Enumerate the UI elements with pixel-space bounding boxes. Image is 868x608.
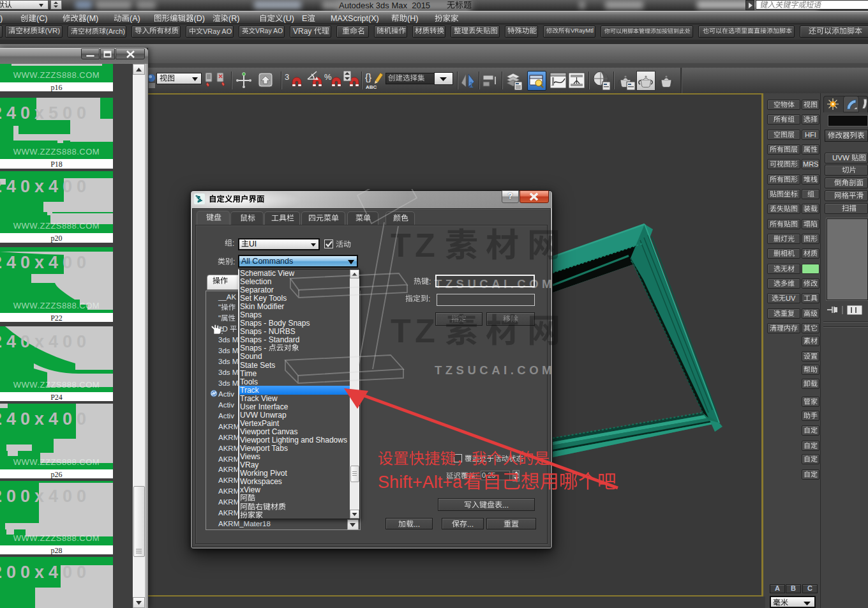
svg-text:Viewport Canvas: Viewport Canvas — [240, 427, 298, 436]
svg-text:VRayMtl: VRayMtl — [571, 27, 594, 34]
svg-text:Snaps -: Snaps - — [240, 344, 266, 353]
svg-text:3ds M: 3ds M — [218, 347, 238, 354]
svg-text:HFI: HFI — [805, 130, 816, 138]
svg-text:MRS: MRS — [803, 160, 818, 168]
svg-text:AKRM: AKRM — [218, 434, 239, 441]
svg-text:3ds M: 3ds M — [218, 379, 238, 387]
svg-text:3ds M: 3ds M — [218, 336, 238, 344]
svg-text:AKRM: AKRM — [218, 423, 239, 430]
svg-text:(VR): (VR) — [45, 27, 61, 34]
svg-text:...: ... — [414, 519, 420, 528]
svg-text:VRay: VRay — [293, 27, 311, 36]
svg-text:E: E — [302, 14, 307, 23]
svg-text:(R): (R) — [228, 14, 239, 23]
svg-text:{}: {} — [365, 72, 371, 82]
svg-text:AKRM: AKRM — [218, 476, 239, 484]
svg-text:%: % — [324, 72, 332, 82]
svg-text:AKRM: AKRM — [218, 445, 239, 452]
svg-text:Workspaces: Workspaces — [240, 477, 282, 486]
svg-text:xView: xView — [240, 485, 260, 494]
svg-text:Activ: Activ — [218, 401, 234, 409]
svg-text:VRay AO: VRay AO — [203, 27, 232, 34]
svg-text:(Arch): (Arch) — [106, 27, 125, 34]
svg-text:1: 1 — [469, 80, 474, 89]
svg-text:Track: Track — [240, 385, 260, 394]
svg-text::: : — [233, 257, 235, 266]
svg-text:(D): (D) — [194, 14, 205, 23]
svg-text:UI: UI — [249, 239, 257, 248]
svg-text:Viewport Lighting and Shadows: Viewport Lighting and Shadows — [240, 436, 347, 445]
svg-text:VertexPaint: VertexPaint — [240, 418, 280, 427]
svg-text:Track View: Track View — [240, 393, 278, 402]
svg-text:Working Pivot: Working Pivot — [240, 469, 287, 478]
svg-text:Activ: Activ — [218, 412, 234, 420]
svg-text:AKRM: AKRM — [218, 466, 239, 473]
svg-text:__AK: __AK — [218, 293, 236, 301]
svg-text:Sound: Sound — [240, 352, 262, 361]
svg-text:ABC: ABC — [366, 84, 377, 90]
svg-text:Views: Views — [240, 452, 260, 461]
svg-text:(C): (C) — [36, 14, 47, 23]
svg-text:Set Key Tools: Set Key Tools — [240, 294, 287, 303]
svg-text:(H): (H) — [407, 14, 418, 23]
svg-text:Separator: Separator — [240, 285, 274, 294]
svg-text:State Sets: State Sets — [240, 360, 275, 369]
svg-text:": " — [218, 314, 221, 322]
svg-text::: : — [232, 239, 234, 248]
svg-text:3: 3 — [285, 72, 289, 82]
svg-text:...: ... — [467, 519, 474, 528]
svg-text:Skin Modifier: Skin Modifier — [240, 302, 284, 311]
svg-text:Selection: Selection — [240, 277, 271, 285]
svg-text:AKRM: AKRM — [218, 455, 239, 463]
svg-text:(A): (A) — [130, 14, 140, 23]
svg-text:User Interface: User Interface — [240, 402, 288, 411]
svg-text:VRay: VRay — [240, 460, 258, 469]
svg-text:VRay AO: VRay AO — [255, 27, 283, 34]
svg-text:UVW Unwrap: UVW Unwrap — [240, 410, 287, 419]
svg-text:Snaps: Snaps — [240, 310, 262, 319]
svg-text:(M): (M) — [87, 14, 99, 23]
svg-text:AKRM: AKRM — [218, 487, 239, 495]
svg-text:Viewport Tabs: Viewport Tabs — [240, 444, 288, 453]
svg-text:": " — [218, 303, 221, 311]
svg-text:Time: Time — [240, 369, 257, 377]
svg-text:3ds M: 3ds M — [218, 358, 238, 365]
svg-text:Tools: Tools — [240, 377, 258, 386]
svg-text:AKRM: AKRM — [218, 498, 239, 506]
svg-text:3ds M: 3ds M — [218, 369, 238, 376]
svg-text:(U): (U) — [283, 14, 294, 23]
svg-text:MAXScript(X): MAXScript(X) — [331, 14, 379, 23]
svg-text:...: ... — [502, 500, 509, 509]
svg-text:UV: UV — [786, 294, 796, 302]
svg-text:UVW: UVW — [832, 154, 849, 162]
svg-text:AKRM_Mater18: AKRM_Mater18 — [218, 520, 271, 528]
svg-text:AKRM: AKRM — [218, 509, 239, 517]
svg-text:Activ: Activ — [218, 390, 234, 398]
svg-text:): ) — [0, 14, 3, 23]
